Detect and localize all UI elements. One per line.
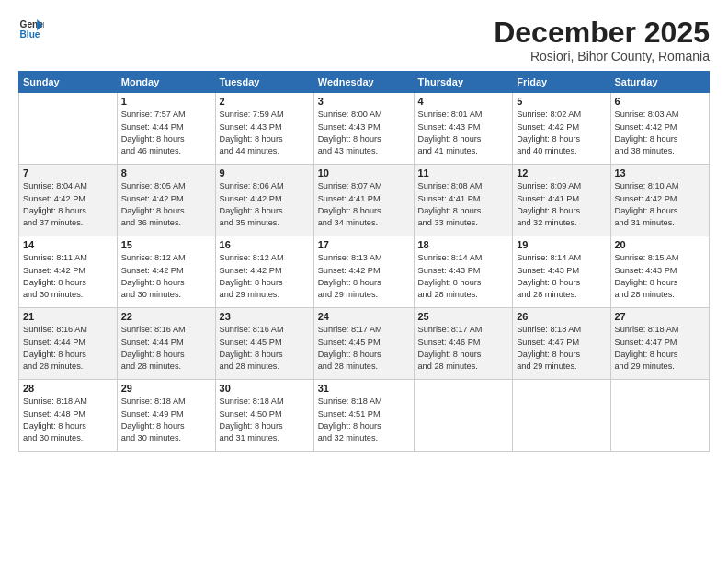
day-info: Sunrise: 8:02 AM Sunset: 4:42 PM Dayligh… <box>517 109 606 157</box>
day-number: 4 <box>418 96 509 107</box>
calendar-cell: 8Sunrise: 8:05 AM Sunset: 4:42 PM Daylig… <box>117 165 215 236</box>
day-number: 23 <box>220 311 310 322</box>
day-info: Sunrise: 8:14 AM Sunset: 4:43 PM Dayligh… <box>418 252 509 301</box>
logo: General Blue <box>18 17 44 42</box>
calendar-week-row: 28Sunrise: 8:18 AM Sunset: 4:48 PM Dayli… <box>19 380 710 452</box>
day-number: 9 <box>220 167 310 178</box>
day-info: Sunrise: 8:06 AM Sunset: 4:42 PM Dayligh… <box>220 180 310 229</box>
weekday-header-tuesday: Tuesday <box>215 72 313 93</box>
calendar-cell: 9Sunrise: 8:06 AM Sunset: 4:42 PM Daylig… <box>215 165 313 236</box>
day-number: 28 <box>23 383 113 394</box>
calendar-week-row: 14Sunrise: 8:11 AM Sunset: 4:42 PM Dayli… <box>19 236 710 308</box>
day-info: Sunrise: 8:03 AM Sunset: 4:42 PM Dayligh… <box>615 109 706 157</box>
calendar-cell <box>610 380 710 452</box>
calendar-table: SundayMondayTuesdayWednesdayThursdayFrid… <box>18 71 710 452</box>
day-info: Sunrise: 8:18 AM Sunset: 4:50 PM Dayligh… <box>220 396 310 444</box>
day-info: Sunrise: 7:59 AM Sunset: 4:43 PM Dayligh… <box>220 109 310 157</box>
calendar-cell: 20Sunrise: 8:15 AM Sunset: 4:43 PM Dayli… <box>610 236 710 308</box>
calendar-cell: 31Sunrise: 8:18 AM Sunset: 4:51 PM Dayli… <box>313 380 414 452</box>
calendar-cell <box>414 380 513 452</box>
calendar-cell: 26Sunrise: 8:18 AM Sunset: 4:47 PM Dayli… <box>513 308 610 380</box>
day-info: Sunrise: 8:12 AM Sunset: 4:42 PM Dayligh… <box>121 252 211 301</box>
calendar-cell: 3Sunrise: 8:00 AM Sunset: 4:43 PM Daylig… <box>313 93 414 165</box>
weekday-header-row: SundayMondayTuesdayWednesdayThursdayFrid… <box>19 72 710 93</box>
day-number: 26 <box>517 311 606 322</box>
calendar-cell: 10Sunrise: 8:07 AM Sunset: 4:41 PM Dayli… <box>313 165 414 236</box>
calendar-cell: 27Sunrise: 8:18 AM Sunset: 4:47 PM Dayli… <box>610 308 710 380</box>
day-number: 14 <box>23 239 113 250</box>
day-info: Sunrise: 8:10 AM Sunset: 4:42 PM Dayligh… <box>615 180 706 229</box>
weekday-header-thursday: Thursday <box>414 72 513 93</box>
calendar-cell: 7Sunrise: 8:04 AM Sunset: 4:42 PM Daylig… <box>19 165 118 236</box>
calendar-cell: 30Sunrise: 8:18 AM Sunset: 4:50 PM Dayli… <box>215 380 313 452</box>
day-number: 19 <box>517 239 606 250</box>
calendar-week-row: 1Sunrise: 7:57 AM Sunset: 4:44 PM Daylig… <box>19 93 710 165</box>
day-info: Sunrise: 8:17 AM Sunset: 4:45 PM Dayligh… <box>318 324 410 373</box>
day-info: Sunrise: 8:12 AM Sunset: 4:42 PM Dayligh… <box>220 252 310 301</box>
day-number: 11 <box>418 167 509 178</box>
calendar-cell <box>19 93 118 165</box>
calendar-cell: 12Sunrise: 8:09 AM Sunset: 4:41 PM Dayli… <box>513 165 610 236</box>
day-info: Sunrise: 8:11 AM Sunset: 4:42 PM Dayligh… <box>23 252 113 301</box>
day-number: 1 <box>121 96 211 107</box>
day-number: 20 <box>615 239 706 250</box>
day-number: 30 <box>220 383 310 394</box>
calendar-week-row: 21Sunrise: 8:16 AM Sunset: 4:44 PM Dayli… <box>19 308 710 380</box>
day-number: 8 <box>121 167 211 178</box>
calendar-cell: 2Sunrise: 7:59 AM Sunset: 4:43 PM Daylig… <box>215 93 313 165</box>
day-info: Sunrise: 8:09 AM Sunset: 4:41 PM Dayligh… <box>517 180 606 229</box>
day-number: 2 <box>220 96 310 107</box>
day-info: Sunrise: 8:01 AM Sunset: 4:43 PM Dayligh… <box>418 109 509 157</box>
day-info: Sunrise: 8:07 AM Sunset: 4:41 PM Dayligh… <box>318 180 410 229</box>
calendar-cell: 21Sunrise: 8:16 AM Sunset: 4:44 PM Dayli… <box>19 308 118 380</box>
day-number: 18 <box>418 239 509 250</box>
day-number: 17 <box>318 239 410 250</box>
location-subtitle: Rosiori, Bihor County, Romania <box>494 49 710 63</box>
weekday-header-monday: Monday <box>117 72 215 93</box>
calendar-cell <box>513 380 610 452</box>
day-number: 22 <box>121 311 211 322</box>
day-number: 7 <box>23 167 113 178</box>
day-info: Sunrise: 8:18 AM Sunset: 4:48 PM Dayligh… <box>23 396 113 444</box>
day-info: Sunrise: 8:08 AM Sunset: 4:41 PM Dayligh… <box>418 180 509 229</box>
day-info: Sunrise: 8:18 AM Sunset: 4:49 PM Dayligh… <box>121 396 211 444</box>
day-number: 13 <box>615 167 706 178</box>
day-info: Sunrise: 8:18 AM Sunset: 4:47 PM Dayligh… <box>615 324 706 373</box>
weekday-header-friday: Friday <box>513 72 610 93</box>
day-info: Sunrise: 8:04 AM Sunset: 4:42 PM Dayligh… <box>23 180 113 229</box>
weekday-header-wednesday: Wednesday <box>313 72 414 93</box>
day-number: 10 <box>318 167 410 178</box>
logo-icon: General Blue <box>18 17 44 42</box>
day-number: 31 <box>318 383 410 394</box>
calendar-cell: 6Sunrise: 8:03 AM Sunset: 4:42 PM Daylig… <box>610 93 710 165</box>
day-info: Sunrise: 8:16 AM Sunset: 4:44 PM Dayligh… <box>121 324 211 373</box>
day-info: Sunrise: 8:05 AM Sunset: 4:42 PM Dayligh… <box>121 180 211 229</box>
weekday-header-sunday: Sunday <box>19 72 118 93</box>
calendar-week-row: 7Sunrise: 8:04 AM Sunset: 4:42 PM Daylig… <box>19 165 710 236</box>
day-number: 16 <box>220 239 310 250</box>
day-number: 3 <box>318 96 410 107</box>
day-number: 27 <box>615 311 706 322</box>
calendar-cell: 17Sunrise: 8:13 AM Sunset: 4:42 PM Dayli… <box>313 236 414 308</box>
calendar-cell: 16Sunrise: 8:12 AM Sunset: 4:42 PM Dayli… <box>215 236 313 308</box>
calendar-cell: 23Sunrise: 8:16 AM Sunset: 4:45 PM Dayli… <box>215 308 313 380</box>
day-info: Sunrise: 8:18 AM Sunset: 4:51 PM Dayligh… <box>318 396 410 444</box>
calendar-cell: 11Sunrise: 8:08 AM Sunset: 4:41 PM Dayli… <box>414 165 513 236</box>
calendar-cell: 19Sunrise: 8:14 AM Sunset: 4:43 PM Dayli… <box>513 236 610 308</box>
day-info: Sunrise: 8:14 AM Sunset: 4:43 PM Dayligh… <box>517 252 606 301</box>
calendar-cell: 4Sunrise: 8:01 AM Sunset: 4:43 PM Daylig… <box>414 93 513 165</box>
calendar-cell: 25Sunrise: 8:17 AM Sunset: 4:46 PM Dayli… <box>414 308 513 380</box>
day-info: Sunrise: 8:00 AM Sunset: 4:43 PM Dayligh… <box>318 109 410 157</box>
day-number: 21 <box>23 311 113 322</box>
day-info: Sunrise: 8:17 AM Sunset: 4:46 PM Dayligh… <box>418 324 509 373</box>
calendar-cell: 22Sunrise: 8:16 AM Sunset: 4:44 PM Dayli… <box>117 308 215 380</box>
day-info: Sunrise: 8:15 AM Sunset: 4:43 PM Dayligh… <box>615 252 706 301</box>
calendar-cell: 1Sunrise: 7:57 AM Sunset: 4:44 PM Daylig… <box>117 93 215 165</box>
day-info: Sunrise: 8:18 AM Sunset: 4:47 PM Dayligh… <box>517 324 606 373</box>
calendar-cell: 15Sunrise: 8:12 AM Sunset: 4:42 PM Dayli… <box>117 236 215 308</box>
calendar-cell: 29Sunrise: 8:18 AM Sunset: 4:49 PM Dayli… <box>117 380 215 452</box>
calendar-cell: 5Sunrise: 8:02 AM Sunset: 4:42 PM Daylig… <box>513 93 610 165</box>
month-title: December 2025 <box>494 17 710 49</box>
calendar-cell: 24Sunrise: 8:17 AM Sunset: 4:45 PM Dayli… <box>313 308 414 380</box>
day-number: 12 <box>517 167 606 178</box>
